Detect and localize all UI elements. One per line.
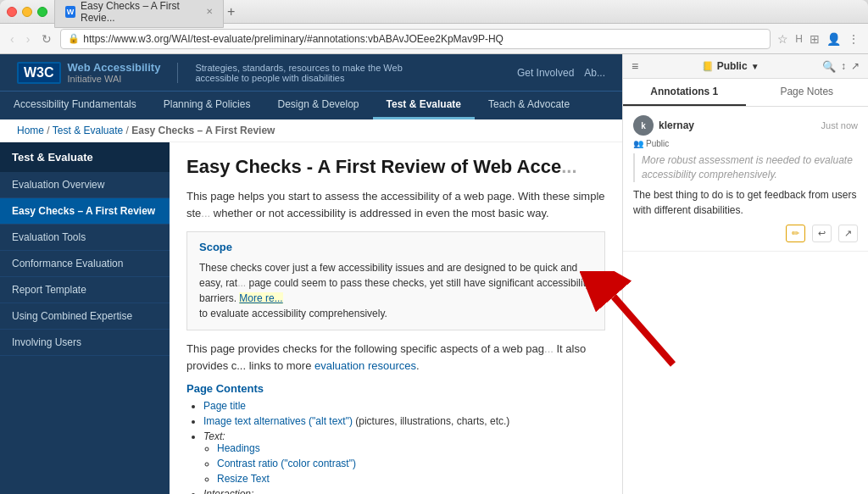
- page-title-link[interactable]: Page title: [203, 400, 246, 412]
- edit-annotation-button[interactable]: ✏: [786, 225, 805, 242]
- list-item: Interaction: Keyboard access and visual …: [203, 488, 605, 494]
- headings-link[interactable]: Headings: [217, 442, 260, 454]
- annotation-username: klernay: [659, 119, 694, 131]
- w3c-tagline: Strategies, standards, resources to make…: [177, 63, 517, 83]
- annotation-body: The best thing to do is to get feedback …: [633, 187, 858, 218]
- sidebar-item-evaluation-tools[interactable]: Evaluation Tools: [0, 225, 170, 251]
- minimize-button[interactable]: [22, 7, 32, 17]
- maximize-button[interactable]: [37, 7, 47, 17]
- content-area: Test & Evaluate Evaluation Overview Easy…: [0, 142, 622, 494]
- scope-title: Scope: [199, 241, 593, 253]
- tab-title: Easy Checks – A First Revie...: [81, 0, 198, 24]
- nav-accessibility-fundamentals[interactable]: Accessibility Fundamentals: [0, 92, 150, 119]
- main-navigation: Accessibility Fundamentals Planning & Po…: [0, 91, 622, 119]
- tab-page-notes[interactable]: Page Notes: [746, 79, 869, 106]
- get-involved-link[interactable]: Get Involved: [517, 67, 574, 79]
- annotation-header: k klernay Just now: [633, 115, 858, 136]
- tab-close-button[interactable]: ✕: [206, 7, 213, 16]
- tab-bar: W Easy Checks – A First Revie... ✕ +: [54, 0, 854, 28]
- annotation-timestamp: Just now: [821, 120, 858, 130]
- hypothesis-toolbar: ≡ 📒 Public ▼ 🔍 ↕ ↗: [623, 54, 868, 79]
- page-contents-title: Page Contents: [186, 382, 605, 395]
- breadcrumb-test-evaluate[interactable]: Test & Evaluate: [53, 125, 123, 136]
- bookmark-icon[interactable]: ☆: [776, 31, 790, 47]
- url-input[interactable]: 🔒 https://www.w3.org/WAI/test-evaluate/p…: [60, 29, 771, 49]
- share-annotation-button[interactable]: ↗: [838, 225, 858, 242]
- public-dropdown[interactable]: 📒 Public ▼: [702, 60, 760, 72]
- brand-title: Web Accessibility: [68, 61, 161, 74]
- w3c-header: W3C Web Accessibility Initiative WAI Str…: [0, 54, 622, 91]
- nav-test-evaluate[interactable]: Test & Evaluate: [373, 92, 475, 119]
- list-item: Contrast ratio ("color contrast"): [217, 458, 605, 469]
- list-item: Text: Headings Contrast ratio ("color co…: [203, 430, 605, 485]
- brand-sub: Initiative WAI: [68, 74, 161, 84]
- close-button[interactable]: [7, 7, 17, 17]
- w3c-nav-links: Get Involved Ab...: [517, 67, 605, 79]
- search-icon[interactable]: 🔍: [822, 60, 836, 73]
- nav-planning-policies[interactable]: Planning & Policies: [150, 92, 264, 119]
- contents-list: Page title Image text alternatives ("alt…: [203, 400, 605, 494]
- address-bar: ‹ › ↻ 🔒 https://www.w3.org/WAI/test-eval…: [0, 24, 868, 54]
- hypothesis-tabs: Annotations 1 Page Notes: [623, 79, 868, 107]
- scope-box: Scope These checks cover just a few acce…: [186, 231, 605, 330]
- reply-annotation-button[interactable]: ↩: [812, 225, 832, 242]
- annotation-quote: More robust assessment is needed to eval…: [633, 153, 858, 182]
- sidebar-item-involving-users[interactable]: Involving Users: [0, 330, 170, 356]
- nav-design-develop[interactable]: Design & Develop: [264, 92, 372, 119]
- forward-button[interactable]: ›: [23, 31, 34, 47]
- annotation-card: k klernay Just now 👥 Public More robust …: [623, 107, 868, 252]
- traffic-lights[interactable]: [7, 7, 47, 17]
- breadcrumb-home[interactable]: Home: [17, 125, 44, 136]
- sidebar-item-combined-expertise[interactable]: Using Combined Expertise: [0, 303, 170, 330]
- tab-favicon: W: [65, 6, 75, 18]
- notebook-icon: 📒: [702, 61, 714, 72]
- url-text: https://www.w3.org/WAI/test-evaluate/pre…: [83, 33, 504, 45]
- more-robust-link[interactable]: More re...: [239, 292, 282, 304]
- title-bar: W Easy Checks – A First Revie... ✕ +: [0, 0, 868, 24]
- extensions-icon[interactable]: ⊞: [808, 31, 821, 47]
- hypothesis-panel: ≡ 📒 Public ▼ 🔍 ↕ ↗ Annotations 1 P: [622, 54, 868, 494]
- evaluation-resources-link[interactable]: evaluation resources: [314, 359, 416, 372]
- user-profile-icon[interactable]: 👤: [825, 31, 843, 47]
- share-icon[interactable]: ↗: [851, 60, 860, 72]
- breadcrumb-current: Easy Checks – A First Review: [131, 125, 275, 136]
- hypothesis-icon[interactable]: H: [793, 31, 804, 47]
- sidebar-item-conformance-evaluation[interactable]: Conformance Evaluation: [0, 251, 170, 277]
- list-item: Image text alternatives ("alt text") (pi…: [203, 415, 605, 427]
- sidebar-item-report-template[interactable]: Report Template: [0, 277, 170, 303]
- browser-tab[interactable]: W Easy Checks – A First Revie... ✕: [54, 0, 224, 28]
- hypothesis-toggle-icon[interactable]: ≡: [632, 59, 638, 73]
- web-content: W3C Web Accessibility Initiative WAI Str…: [0, 54, 622, 494]
- alt-text-link[interactable]: Image text alternatives ("alt text"): [203, 415, 353, 427]
- url-actions: ☆ H ⊞ 👤 ⋮: [776, 31, 861, 47]
- page-intro: This page helps you start to assess the …: [186, 188, 605, 221]
- annotation-user: k klernay: [633, 115, 694, 136]
- menu-icon[interactable]: ⋮: [846, 31, 861, 47]
- contrast-link[interactable]: Contrast ratio ("color contrast"): [217, 458, 356, 469]
- w3c-badge: W3C: [17, 62, 61, 84]
- annotation-visibility: 👥 Public: [633, 139, 858, 148]
- tab-annotations[interactable]: Annotations 1: [623, 79, 746, 106]
- hypothesis-search-actions: 🔍 ↕ ↗: [822, 60, 860, 73]
- back-button[interactable]: ‹: [7, 31, 18, 47]
- w3c-logo: W3C Web Accessibility Initiative WAI: [17, 61, 160, 84]
- sidebar-item-evaluation-overview[interactable]: Evaluation Overview: [0, 172, 170, 198]
- page-content: Easy Checks - A First Review of Web Acce…: [170, 142, 622, 494]
- new-tab-button[interactable]: +: [227, 4, 235, 19]
- sidebar-item-easy-checks[interactable]: Easy Checks – A First Review: [0, 198, 170, 225]
- nav-teach-advocate[interactable]: Teach & Advocate: [475, 92, 583, 119]
- reload-button[interactable]: ↻: [38, 31, 55, 47]
- page-link-section: This page provides checks for the follow…: [186, 341, 605, 374]
- sort-icon[interactable]: ↕: [841, 60, 846, 72]
- main-layout: W3C Web Accessibility Initiative WAI Str…: [0, 54, 868, 494]
- resize-text-link[interactable]: Resize Text: [217, 473, 270, 485]
- list-item: Resize Text: [217, 473, 605, 485]
- list-item: Headings: [217, 442, 605, 454]
- text-label: Text:: [203, 430, 225, 442]
- sidebar: Test & Evaluate Evaluation Overview Easy…: [0, 142, 170, 494]
- about-link[interactable]: Ab...: [584, 67, 605, 79]
- list-item: Page title: [203, 400, 605, 412]
- public-label: Public: [717, 60, 748, 72]
- page-title: Easy Checks - A First Review of Web Acce…: [186, 156, 605, 178]
- annotation-actions: ✏ ↩ ↗: [633, 225, 858, 242]
